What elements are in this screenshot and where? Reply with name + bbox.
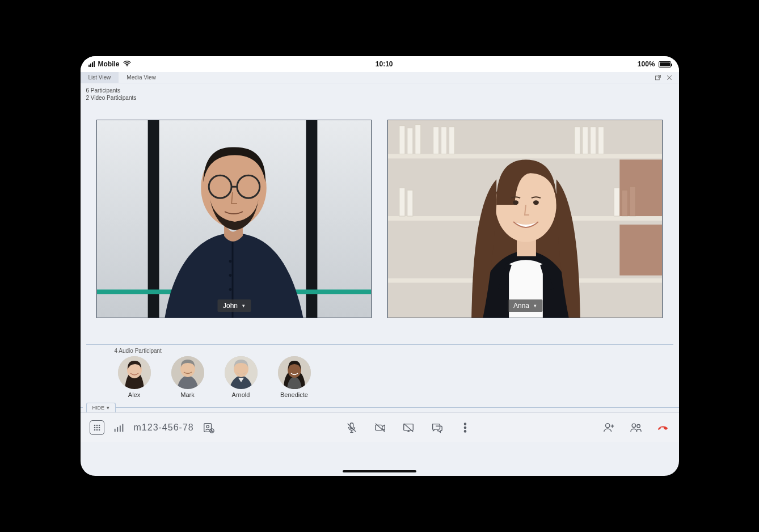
chat-icon[interactable] xyxy=(430,421,444,434)
more-options-icon[interactable] xyxy=(458,421,472,434)
svg-rect-26 xyxy=(598,127,604,154)
svg-rect-24 xyxy=(583,127,588,154)
hide-toggle-label: HIDE xyxy=(92,405,105,411)
status-bar: Mobile 10:10 100% xyxy=(81,56,679,72)
participants-icon[interactable] xyxy=(629,421,643,434)
avatar xyxy=(118,356,151,389)
signal-icon xyxy=(88,61,95,67)
chevron-down-icon: ▾ xyxy=(534,303,537,309)
view-tabs: List View Media View xyxy=(81,72,679,83)
svg-rect-20 xyxy=(433,127,439,154)
tab-list-view-label: List View xyxy=(88,74,111,81)
svg-rect-25 xyxy=(591,127,596,154)
audio-participant-name: Mark xyxy=(180,391,194,398)
svg-rect-1 xyxy=(655,76,659,80)
contact-card-icon[interactable] xyxy=(202,421,216,434)
svg-point-51 xyxy=(98,427,100,428)
svg-point-52 xyxy=(94,429,95,430)
svg-rect-27 xyxy=(399,188,405,216)
video-name-anna[interactable]: Anna ▾ xyxy=(508,299,542,312)
svg-point-6 xyxy=(229,260,232,263)
signal-strength-icon xyxy=(112,421,126,434)
dial-number: m123-456-78 xyxy=(134,423,194,433)
svg-point-69 xyxy=(464,427,466,428)
svg-rect-21 xyxy=(441,127,447,154)
video-grid: John ▾ xyxy=(81,104,679,324)
audio-participant-name: Alex xyxy=(128,391,140,398)
video-name-label: Anna xyxy=(513,302,529,310)
audio-participants-row: Alex Mark Arnold xyxy=(86,356,673,398)
video-name-label: John xyxy=(223,302,238,310)
svg-point-60 xyxy=(206,425,209,428)
tablet-frame: Mobile 10:10 100% List View Media View xyxy=(69,45,690,487)
audio-participant-alex[interactable]: Alex xyxy=(118,356,151,398)
battery-percent: 100% xyxy=(638,60,655,68)
participants-header: 6 Participants 2 Video Participants xyxy=(81,83,679,104)
svg-point-54 xyxy=(98,429,100,430)
svg-rect-23 xyxy=(575,127,580,154)
avatar xyxy=(171,356,204,389)
audio-participants-section: 4 Audio Participant Alex Mark xyxy=(86,344,673,398)
wifi-icon xyxy=(123,60,131,68)
hangup-button[interactable] xyxy=(656,421,670,434)
svg-point-53 xyxy=(96,429,98,430)
svg-point-74 xyxy=(632,424,635,427)
svg-point-68 xyxy=(464,423,466,424)
svg-point-70 xyxy=(464,430,466,432)
svg-point-36 xyxy=(513,200,518,205)
call-toolbar: m123-456-78 xyxy=(81,412,679,442)
video-participants-count: 2 Video Participants xyxy=(86,94,673,102)
audio-participant-mark[interactable]: Mark xyxy=(171,356,204,398)
avatar xyxy=(278,356,311,389)
chevron-down-icon: ▾ xyxy=(107,405,109,411)
svg-point-71 xyxy=(605,423,609,427)
svg-rect-18 xyxy=(407,128,413,154)
video-tile-john[interactable]: John ▾ xyxy=(96,120,372,318)
svg-point-46 xyxy=(94,424,95,426)
svg-rect-3 xyxy=(148,120,159,318)
clock: 10:10 xyxy=(131,60,638,68)
camera-off-icon[interactable] xyxy=(373,421,387,434)
video-name-john[interactable]: John ▾ xyxy=(217,299,251,312)
carrier-label: Mobile xyxy=(98,60,120,68)
dialpad-button[interactable] xyxy=(90,420,104,435)
screenshare-off-icon[interactable] xyxy=(402,421,415,434)
hide-divider: HIDE ▾ xyxy=(81,403,679,412)
svg-point-50 xyxy=(96,427,98,428)
close-icon[interactable] xyxy=(665,74,673,82)
popout-icon[interactable] xyxy=(654,74,662,82)
app-screen: Mobile 10:10 100% List View Media View xyxy=(81,56,679,476)
hide-toggle-button[interactable]: HIDE ▾ xyxy=(86,403,116,412)
svg-rect-29 xyxy=(614,188,619,216)
home-indicator[interactable] xyxy=(343,470,416,472)
svg-point-37 xyxy=(533,200,539,205)
svg-rect-32 xyxy=(619,159,662,216)
svg-rect-14 xyxy=(388,154,662,158)
participants-count: 6 Participants xyxy=(86,87,673,94)
audio-participant-name: Arnold xyxy=(232,391,250,398)
avatar xyxy=(225,356,258,389)
svg-rect-64 xyxy=(376,425,382,430)
mute-mic-icon[interactable] xyxy=(345,421,359,434)
tab-list-view[interactable]: List View xyxy=(81,72,119,83)
svg-rect-28 xyxy=(407,190,413,216)
svg-rect-22 xyxy=(449,127,455,154)
tab-media-view[interactable]: Media View xyxy=(119,72,164,83)
chevron-down-icon: ▾ xyxy=(242,303,245,309)
svg-point-7 xyxy=(229,274,232,277)
svg-point-47 xyxy=(96,424,98,426)
tab-media-view-label: Media View xyxy=(126,74,156,81)
svg-rect-4 xyxy=(306,120,317,318)
add-participant-icon[interactable] xyxy=(602,421,615,434)
svg-rect-17 xyxy=(399,126,405,154)
video-tile-anna[interactable]: Anna ▾ xyxy=(387,120,663,318)
svg-point-48 xyxy=(98,424,100,426)
audio-participant-benedicte[interactable]: Benedicte xyxy=(278,356,311,398)
audio-participant-arnold[interactable]: Arnold xyxy=(225,356,258,398)
battery-icon xyxy=(659,61,671,67)
svg-rect-19 xyxy=(415,125,421,154)
svg-point-8 xyxy=(229,288,232,291)
audio-participant-name: Benedicte xyxy=(280,391,308,398)
svg-point-49 xyxy=(94,427,95,428)
svg-rect-33 xyxy=(619,225,662,276)
